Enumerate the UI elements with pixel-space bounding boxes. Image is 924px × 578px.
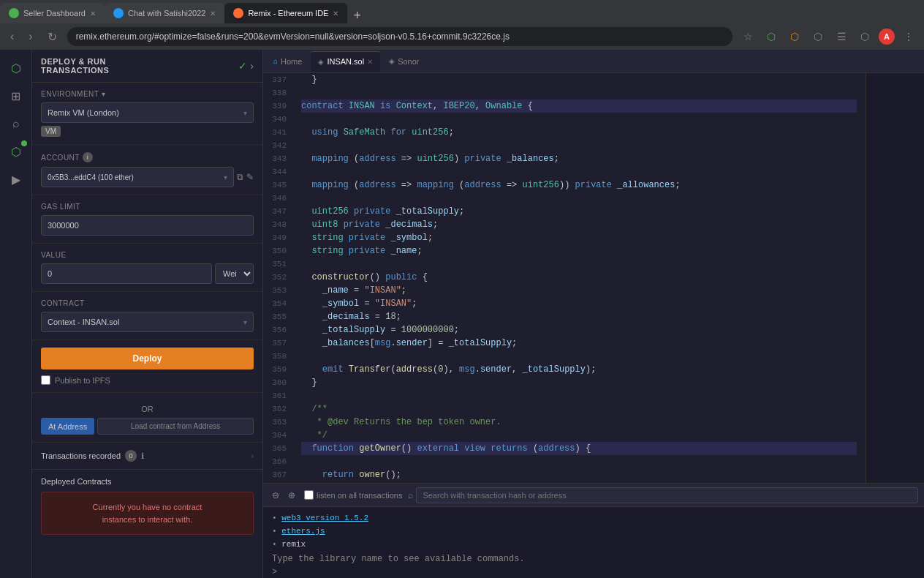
tab-close-seller[interactable]: ✕ [90, 10, 96, 18]
terminal-search-area: ⌕ [408, 487, 918, 503]
account-select[interactable]: 0x5B3...eddC4 (100 ether) ▾ [41, 167, 234, 187]
listen-label: listen on all transactions [317, 491, 402, 500]
address-input[interactable] [67, 27, 732, 46]
transactions-info-icon[interactable]: ℹ [141, 451, 144, 461]
account-info-icon[interactable]: i [83, 152, 93, 162]
deploy-icon: ▶ [12, 173, 20, 187]
star-button[interactable]: ☆ [738, 27, 757, 46]
extension-icon3[interactable]: ⬡ [855, 27, 874, 46]
profile-icon1[interactable]: ⬡ [762, 27, 781, 46]
panel-header: DEPLOY & RUN TRANSACTIONS ✓ › [32, 50, 262, 83]
transactions-count: 0 [125, 450, 137, 462]
new-tab-button[interactable]: + [347, 8, 367, 23]
editor-area: ⌂ Home ◈ INSAN.sol ✕ ◈ Sonor 33733833934… [263, 50, 924, 578]
tab-title-chat: Chat with Satishi2022 [128, 9, 205, 18]
contract-label: CONTRACT [41, 299, 254, 307]
deployed-section: Deployed Contracts Currently you have no… [32, 470, 262, 542]
unit-select[interactable]: Wei [215, 263, 254, 284]
deploy-icon-btn[interactable]: ▶ [4, 167, 29, 192]
gas-limit-label: GAS LIMIT [41, 203, 254, 211]
deploy-panel: DEPLOY & RUN TRANSACTIONS ✓ › ENVIRONMEN… [32, 50, 263, 578]
value-row: Wei [41, 263, 254, 284]
ethers-link[interactable]: ethers.js [281, 527, 325, 536]
extension-icon1[interactable]: ⬡ [785, 27, 804, 46]
gas-limit-section: GAS LIMIT [32, 195, 262, 244]
at-address-button[interactable]: At Address [41, 418, 94, 435]
gas-limit-input[interactable] [41, 215, 254, 236]
expand-icon[interactable]: › [250, 60, 254, 72]
terminal-cursor[interactable]: > [272, 567, 915, 577]
back-button[interactable]: ‹ [6, 29, 18, 45]
contract-select[interactable]: Context - INSAN.sol ▾ [41, 312, 254, 332]
terminal-content: • web3 version 1.5.2 • ethers.js • remix… [263, 507, 924, 578]
tab-sonor[interactable]: ◈ Sonor [382, 51, 426, 72]
transactions-row[interactable]: Transactions recorded 0 ℹ › [32, 443, 262, 470]
browser-icons: ☆ ⬡ ⬡ ⬡ ☰ ⬡ A ⋮ [738, 27, 918, 46]
logo-icon-btn[interactable]: ⬡ [4, 56, 29, 80]
terminal-search-bar: ⊖ ⊕ listen on all transactions ⌕ [263, 484, 924, 507]
transactions-title: Transactions recorded 0 ℹ [41, 450, 144, 462]
icon-sidebar: ⬡ ⊞ ⌕ ⬡ ▶ [0, 50, 32, 578]
listen-checkbox[interactable] [304, 490, 314, 500]
search-icon-btn[interactable]: ⌕ [4, 111, 29, 136]
check-icon[interactable]: ✓ [238, 60, 247, 72]
terminal-icons: ⊖ ⊕ [269, 489, 298, 502]
terminal-zoom-in[interactable]: ⊕ [285, 489, 298, 502]
env-label: ENVIRONMENT ▾ [41, 90, 254, 98]
more-button[interactable]: ⋮ [899, 27, 918, 46]
tab-favicon-seller [9, 8, 19, 18]
extension-icon2[interactable]: ⬡ [808, 27, 828, 46]
terminal-zoom-out[interactable]: ⊖ [269, 489, 282, 502]
tab-seller-dashboard[interactable]: Seller Dashboard ✕ [0, 3, 105, 23]
tab-title-remix: Remix - Ethereum IDE [248, 9, 328, 18]
tab-title-seller: Seller Dashboard [23, 9, 86, 18]
browser-tab-bar: Seller Dashboard ✕ Chat with Satishi2022… [0, 0, 924, 23]
tab-remix[interactable]: Remix - Ethereum IDE ✕ [224, 3, 347, 23]
env-chevron: ▾ [243, 109, 247, 117]
tab-home[interactable]: ⌂ Home [266, 51, 309, 72]
publish-ipfs-row: Publish to IPFS [41, 375, 254, 385]
panel-header-icons: ✓ › [238, 60, 254, 72]
environment-section: ENVIRONMENT ▾ Remix VM (London) ▾ VM [32, 83, 262, 145]
user-avatar[interactable]: A [879, 29, 895, 45]
tab-chat[interactable]: Chat with Satishi2022 ✕ [105, 3, 224, 23]
terminal-listen: listen on all transactions [304, 490, 402, 500]
vm-badge: VM [41, 126, 61, 137]
environment-select[interactable]: Remix VM (London) ▾ [41, 102, 254, 123]
value-input[interactable] [41, 263, 212, 284]
web3-version-link[interactable]: web3 version 1.5.2 [281, 514, 368, 522]
plugin-icon-btn[interactable]: ⬡ [4, 139, 29, 164]
no-contract-box: Currently you have no contract instances… [41, 492, 254, 535]
tab-close-chat[interactable]: ✕ [210, 10, 216, 18]
tab-close-remix[interactable]: ✕ [333, 10, 338, 18]
plugin-icon: ⬡ [11, 145, 21, 159]
edit-account-icon[interactable]: ✎ [246, 172, 254, 182]
logo-icon: ⬡ [11, 61, 21, 75]
editor-tabs: ⌂ Home ◈ INSAN.sol ✕ ◈ Sonor [263, 50, 924, 73]
env-info-icon[interactable]: ▾ [102, 90, 106, 98]
publish-ipfs-checkbox[interactable] [41, 375, 50, 385]
terminal-search-input[interactable] [416, 487, 918, 503]
insan-tab-close[interactable]: ✕ [367, 58, 373, 66]
tab-insan-sol[interactable]: ◈ INSAN.sol ✕ [311, 51, 380, 72]
copy-account-icon[interactable]: ⧉ [237, 172, 243, 182]
forward-button[interactable]: › [24, 29, 37, 45]
terminal-prompt: Type the library name to see available c… [272, 554, 915, 564]
value-section: VALUE Wei [32, 244, 262, 292]
account-section: ACCOUNT i 0x5B3...eddC4 (100 ether) ▾ ⧉ … [32, 145, 262, 195]
deploy-button[interactable]: Deploy [41, 348, 254, 369]
insan-tab-icon: ◈ [318, 58, 324, 66]
menu-icon[interactable]: ☰ [832, 27, 851, 46]
reload-button[interactable]: ↻ [43, 29, 61, 45]
terminal-line-3: • remix [272, 538, 915, 551]
files-icon: ⊞ [11, 89, 20, 103]
files-icon-btn[interactable]: ⊞ [4, 83, 29, 108]
deploy-section: Deploy Publish to IPFS [32, 340, 262, 393]
main-layout: ⬡ ⊞ ⌕ ⬡ ▶ DEPLOY & RUN TRANSACTIONS ✓ › [0, 50, 924, 578]
code-content[interactable]: } contract INSAN is Context, IBEP20, Own… [292, 73, 866, 483]
home-tab-icon: ⌂ [273, 57, 278, 65]
sonor-tab-icon: ◈ [389, 57, 395, 65]
load-contract-button[interactable]: Load contract from Address [97, 418, 254, 435]
contract-chevron: ▾ [243, 318, 247, 326]
code-terminal-container: 3373383393403413423433443453463473483493… [263, 73, 924, 578]
